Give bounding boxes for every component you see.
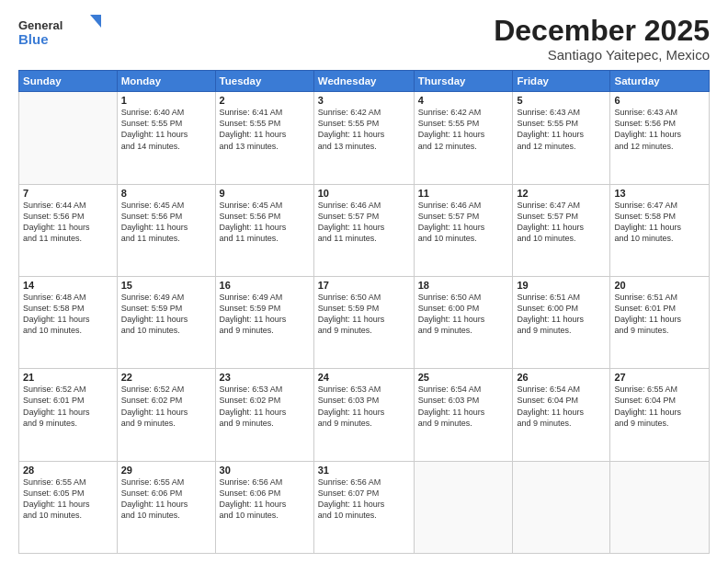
day-cell: 2Sunrise: 6:41 AM Sunset: 5:55 PM Daylig… xyxy=(215,92,313,184)
day-header: Friday xyxy=(513,71,610,92)
day-number: 5 xyxy=(517,95,606,106)
day-cell xyxy=(610,461,710,553)
week-row: 21Sunrise: 6:52 AM Sunset: 6:01 PM Dayli… xyxy=(19,369,710,461)
day-number: 26 xyxy=(517,372,606,383)
day-number: 28 xyxy=(23,465,113,476)
day-number: 13 xyxy=(614,188,705,199)
day-info: Sunrise: 6:53 AM Sunset: 6:03 PM Dayligh… xyxy=(318,384,410,429)
day-number: 6 xyxy=(614,95,705,106)
day-cell: 27Sunrise: 6:55 AM Sunset: 6:04 PM Dayli… xyxy=(610,369,710,461)
day-cell: 4Sunrise: 6:42 AM Sunset: 5:55 PM Daylig… xyxy=(414,92,513,184)
day-cell: 7Sunrise: 6:44 AM Sunset: 5:56 PM Daylig… xyxy=(19,184,118,276)
logo: General Blue xyxy=(18,15,101,53)
day-number: 4 xyxy=(418,95,509,106)
day-number: 2 xyxy=(220,95,310,106)
day-info: Sunrise: 6:50 AM Sunset: 5:59 PM Dayligh… xyxy=(318,292,410,337)
day-number: 9 xyxy=(220,188,310,199)
day-info: Sunrise: 6:52 AM Sunset: 6:01 PM Dayligh… xyxy=(23,384,113,429)
day-cell: 26Sunrise: 6:54 AM Sunset: 6:04 PM Dayli… xyxy=(513,369,610,461)
day-cell: 29Sunrise: 6:55 AM Sunset: 6:06 PM Dayli… xyxy=(117,461,215,553)
day-number: 16 xyxy=(220,280,310,291)
day-info: Sunrise: 6:46 AM Sunset: 5:57 PM Dayligh… xyxy=(418,200,509,245)
day-cell: 18Sunrise: 6:50 AM Sunset: 6:00 PM Dayli… xyxy=(414,276,513,368)
day-number: 19 xyxy=(517,280,606,291)
day-info: Sunrise: 6:43 AM Sunset: 5:56 PM Dayligh… xyxy=(614,107,705,152)
day-header: Sunday xyxy=(19,71,118,92)
day-info: Sunrise: 6:41 AM Sunset: 5:55 PM Dayligh… xyxy=(220,107,310,152)
day-number: 7 xyxy=(23,188,113,199)
day-info: Sunrise: 6:53 AM Sunset: 6:02 PM Dayligh… xyxy=(220,384,310,429)
day-cell: 31Sunrise: 6:56 AM Sunset: 6:07 PM Dayli… xyxy=(313,461,414,553)
day-cell: 25Sunrise: 6:54 AM Sunset: 6:03 PM Dayli… xyxy=(414,369,513,461)
week-row: 28Sunrise: 6:55 AM Sunset: 6:05 PM Dayli… xyxy=(19,461,710,553)
day-cell: 8Sunrise: 6:45 AM Sunset: 5:56 PM Daylig… xyxy=(117,184,215,276)
day-number: 8 xyxy=(121,188,211,199)
day-info: Sunrise: 6:43 AM Sunset: 5:55 PM Dayligh… xyxy=(517,107,606,152)
day-cell xyxy=(513,461,610,553)
day-cell: 13Sunrise: 6:47 AM Sunset: 5:58 PM Dayli… xyxy=(610,184,710,276)
day-cell: 17Sunrise: 6:50 AM Sunset: 5:59 PM Dayli… xyxy=(313,276,414,368)
day-info: Sunrise: 6:40 AM Sunset: 5:55 PM Dayligh… xyxy=(121,107,211,152)
day-header: Saturday xyxy=(610,71,710,92)
day-number: 24 xyxy=(318,372,410,383)
week-row: 7Sunrise: 6:44 AM Sunset: 5:56 PM Daylig… xyxy=(19,184,710,276)
day-number: 27 xyxy=(614,372,705,383)
day-info: Sunrise: 6:52 AM Sunset: 6:02 PM Dayligh… xyxy=(121,384,211,429)
day-number: 20 xyxy=(614,280,705,291)
day-number: 15 xyxy=(121,280,211,291)
day-cell: 15Sunrise: 6:49 AM Sunset: 5:59 PM Dayli… xyxy=(117,276,215,368)
day-cell: 14Sunrise: 6:48 AM Sunset: 5:58 PM Dayli… xyxy=(19,276,118,368)
day-info: Sunrise: 6:46 AM Sunset: 5:57 PM Dayligh… xyxy=(318,200,410,245)
week-row: 1Sunrise: 6:40 AM Sunset: 5:55 PM Daylig… xyxy=(19,92,710,184)
month-title: December 2025 xyxy=(494,15,710,47)
day-info: Sunrise: 6:55 AM Sunset: 6:05 PM Dayligh… xyxy=(23,477,113,522)
day-number: 14 xyxy=(23,280,113,291)
day-info: Sunrise: 6:44 AM Sunset: 5:56 PM Dayligh… xyxy=(23,200,113,245)
day-header: Wednesday xyxy=(313,71,414,92)
day-cell: 22Sunrise: 6:52 AM Sunset: 6:02 PM Dayli… xyxy=(117,369,215,461)
day-cell xyxy=(414,461,513,553)
day-number: 22 xyxy=(121,372,211,383)
svg-marker-2 xyxy=(90,15,101,28)
svg-text:General: General xyxy=(18,18,63,32)
day-info: Sunrise: 6:48 AM Sunset: 5:58 PM Dayligh… xyxy=(23,292,113,337)
day-info: Sunrise: 6:47 AM Sunset: 5:57 PM Dayligh… xyxy=(517,200,606,245)
days-header-row: SundayMondayTuesdayWednesdayThursdayFrid… xyxy=(19,71,710,92)
day-cell: 28Sunrise: 6:55 AM Sunset: 6:05 PM Dayli… xyxy=(19,461,118,553)
day-info: Sunrise: 6:51 AM Sunset: 6:00 PM Dayligh… xyxy=(517,292,606,337)
day-cell: 10Sunrise: 6:46 AM Sunset: 5:57 PM Dayli… xyxy=(313,184,414,276)
day-cell: 24Sunrise: 6:53 AM Sunset: 6:03 PM Dayli… xyxy=(313,369,414,461)
week-row: 14Sunrise: 6:48 AM Sunset: 5:58 PM Dayli… xyxy=(19,276,710,368)
day-info: Sunrise: 6:51 AM Sunset: 6:01 PM Dayligh… xyxy=(614,292,705,337)
day-cell: 11Sunrise: 6:46 AM Sunset: 5:57 PM Dayli… xyxy=(414,184,513,276)
day-cell: 9Sunrise: 6:45 AM Sunset: 5:56 PM Daylig… xyxy=(215,184,313,276)
day-cell: 1Sunrise: 6:40 AM Sunset: 5:55 PM Daylig… xyxy=(117,92,215,184)
day-info: Sunrise: 6:54 AM Sunset: 6:03 PM Dayligh… xyxy=(418,384,509,429)
day-number: 31 xyxy=(318,465,410,476)
day-number: 18 xyxy=(418,280,509,291)
svg-text:Blue: Blue xyxy=(18,31,49,47)
day-number: 30 xyxy=(220,465,310,476)
day-info: Sunrise: 6:50 AM Sunset: 6:00 PM Dayligh… xyxy=(418,292,509,337)
day-info: Sunrise: 6:55 AM Sunset: 6:06 PM Dayligh… xyxy=(121,477,211,522)
day-info: Sunrise: 6:55 AM Sunset: 6:04 PM Dayligh… xyxy=(614,384,705,429)
day-number: 3 xyxy=(318,95,410,106)
day-cell: 20Sunrise: 6:51 AM Sunset: 6:01 PM Dayli… xyxy=(610,276,710,368)
day-info: Sunrise: 6:49 AM Sunset: 5:59 PM Dayligh… xyxy=(220,292,310,337)
day-cell: 30Sunrise: 6:56 AM Sunset: 6:06 PM Dayli… xyxy=(215,461,313,553)
day-cell: 21Sunrise: 6:52 AM Sunset: 6:01 PM Dayli… xyxy=(19,369,118,461)
logo-svg: General Blue xyxy=(18,15,101,53)
day-info: Sunrise: 6:42 AM Sunset: 5:55 PM Dayligh… xyxy=(418,107,509,152)
day-number: 12 xyxy=(517,188,606,199)
day-number: 29 xyxy=(121,465,211,476)
day-header: Thursday xyxy=(414,71,513,92)
day-info: Sunrise: 6:42 AM Sunset: 5:55 PM Dayligh… xyxy=(318,107,410,152)
day-info: Sunrise: 6:54 AM Sunset: 6:04 PM Dayligh… xyxy=(517,384,606,429)
calendar-body: 1Sunrise: 6:40 AM Sunset: 5:55 PM Daylig… xyxy=(19,92,710,554)
day-cell: 5Sunrise: 6:43 AM Sunset: 5:55 PM Daylig… xyxy=(513,92,610,184)
title-block: December 2025 Santiago Yaitepec, Mexico xyxy=(494,15,710,63)
day-number: 11 xyxy=(418,188,509,199)
day-info: Sunrise: 6:56 AM Sunset: 6:07 PM Dayligh… xyxy=(318,477,410,522)
day-info: Sunrise: 6:56 AM Sunset: 6:06 PM Dayligh… xyxy=(220,477,310,522)
day-cell: 3Sunrise: 6:42 AM Sunset: 5:55 PM Daylig… xyxy=(313,92,414,184)
